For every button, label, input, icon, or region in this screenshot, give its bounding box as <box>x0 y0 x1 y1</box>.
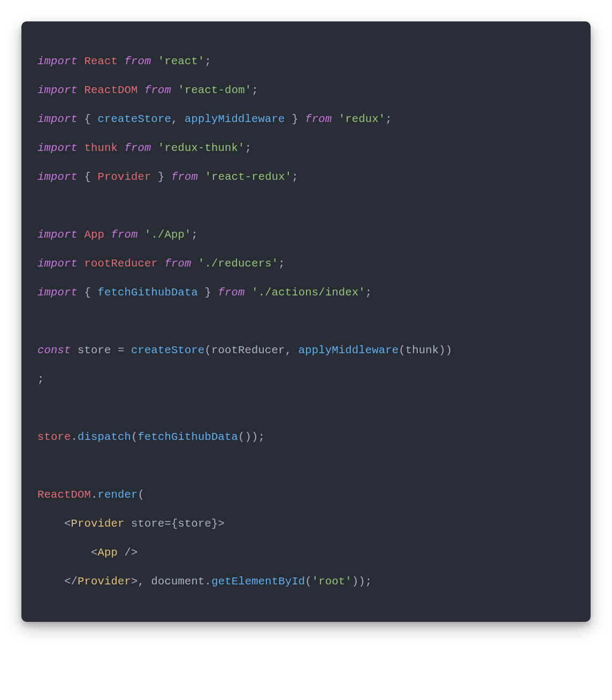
identifier-document: document <box>151 575 205 588</box>
comma: , <box>285 344 299 356</box>
rparen: )) <box>439 344 452 356</box>
code-line: import ReactDOM from 'react-dom'; <box>37 76 575 105</box>
jsx-provider: Provider <box>71 518 125 530</box>
identifier-store: store <box>37 431 71 443</box>
identifier-applymiddleware: applyMiddleware <box>185 113 285 125</box>
keyword-from: from <box>125 55 151 67</box>
identifier-thunk: thunk <box>406 344 439 356</box>
identifier-applymiddleware: applyMiddleware <box>299 344 399 356</box>
semicolon: ; <box>258 431 265 443</box>
identifier-getelementbyid: getElementById <box>211 575 305 588</box>
code-line: import rootReducer from './reducers'; <box>37 249 575 278</box>
identifier-createstore: createStore <box>131 344 205 356</box>
identifier-store: store = <box>71 344 132 356</box>
string: 'redux-thunk' <box>158 142 245 154</box>
keyword-import: import <box>37 171 78 183</box>
lbrace: { <box>85 113 98 125</box>
lparen: ( <box>131 431 138 443</box>
keyword-import: import <box>37 229 78 241</box>
string: './App' <box>144 229 192 241</box>
keyword-from: from <box>144 84 171 96</box>
parens: ()) <box>238 431 258 443</box>
end: )); <box>352 575 372 588</box>
indent <box>37 575 64 588</box>
semicolon: ; <box>245 142 252 154</box>
code-line: </Provider>, document.getElementById('ro… <box>37 567 575 596</box>
identifier-react: React <box>85 55 118 67</box>
string: 'redux' <box>339 113 386 125</box>
blank-line <box>37 307 575 336</box>
code-line: store.dispatch(fetchGithubData()); <box>37 423 575 452</box>
code-line: import { Provider } from 'react-redux'; <box>37 163 575 192</box>
semicolon: ; <box>37 373 44 385</box>
code-line: import thunk from 'redux-thunk'; <box>37 134 575 163</box>
jsx-lt: < <box>64 518 71 530</box>
identifier-render: render <box>98 489 138 501</box>
keyword-import: import <box>37 55 78 67</box>
code-line: ReactDOM.render( <box>37 481 575 509</box>
semicolon: ; <box>251 84 258 96</box>
keyword-import: import <box>37 257 78 270</box>
jsx-provider: Provider <box>78 575 131 588</box>
identifier-reactdom: ReactDOM <box>37 489 91 501</box>
jsx-app: App <box>98 546 118 559</box>
lparen: ( <box>305 575 312 588</box>
code-block: import React from 'react'; import ReactD… <box>21 21 591 622</box>
string: './reducers' <box>198 257 278 270</box>
identifier-dispatch: dispatch <box>78 431 131 443</box>
lbrace: { <box>85 286 98 299</box>
keyword-const: const <box>37 344 71 356</box>
dot: . <box>91 489 98 501</box>
identifier-app: App <box>85 229 105 241</box>
jsx-attr: store={store}> <box>125 518 225 530</box>
comma: , <box>171 113 185 125</box>
keyword-import: import <box>37 84 78 96</box>
page: import React from 'react'; import ReactD… <box>0 0 612 700</box>
semicolon: ; <box>278 257 285 270</box>
string: 'root' <box>312 575 352 588</box>
code-line: import React from 'react'; <box>37 47 575 76</box>
keyword-from: from <box>171 171 198 183</box>
keyword-import: import <box>37 142 78 154</box>
indent <box>37 546 91 559</box>
dot: . <box>71 431 78 443</box>
identifier-createstore: createStore <box>98 113 172 125</box>
jsx-gt: >, <box>131 575 151 588</box>
keyword-from: from <box>125 142 151 154</box>
identifier-fetchgithubdata: fetchGithubData <box>98 286 198 299</box>
blank-line <box>37 192 575 220</box>
keyword-from: from <box>218 286 245 299</box>
code-line: import { createStore, applyMiddleware } … <box>37 105 575 134</box>
keyword-from: from <box>165 257 192 270</box>
dot: . <box>205 575 212 588</box>
keyword-from: from <box>111 229 138 241</box>
string: './actions/index' <box>251 286 365 299</box>
code-line: import App from './App'; <box>37 220 575 249</box>
identifier-thunk: thunk <box>85 142 118 154</box>
indent <box>37 518 64 530</box>
code-line: <App /> <box>37 538 575 567</box>
jsx-lt: < <box>91 546 98 559</box>
lparen: ( <box>205 344 212 356</box>
lparen: ( <box>138 489 145 501</box>
code-line: ; <box>37 365 575 394</box>
string: 'react-dom' <box>178 84 252 96</box>
string: 'react' <box>158 55 205 67</box>
semicolon: ; <box>205 55 212 67</box>
identifier-rootreducer: rootReducer <box>211 344 285 356</box>
keyword-import: import <box>37 113 78 125</box>
blank-line <box>37 452 575 481</box>
code-line: const store = createStore(rootReducer, a… <box>37 336 575 365</box>
rbrace: } <box>151 171 165 183</box>
keyword-import: import <box>37 286 78 299</box>
semicolon: ; <box>192 229 198 241</box>
identifier-reactdom: ReactDOM <box>85 84 138 96</box>
identifier-provider: Provider <box>98 171 151 183</box>
code-line: import { fetchGithubData } from './actio… <box>37 278 575 307</box>
string: 'react-redux' <box>205 171 292 183</box>
semicolon: ; <box>385 113 392 125</box>
code-line: <Provider store={store}> <box>37 509 575 538</box>
jsx-selfclose: /> <box>118 546 138 559</box>
keyword-from: from <box>305 113 332 125</box>
identifier-rootreducer: rootReducer <box>85 257 158 270</box>
